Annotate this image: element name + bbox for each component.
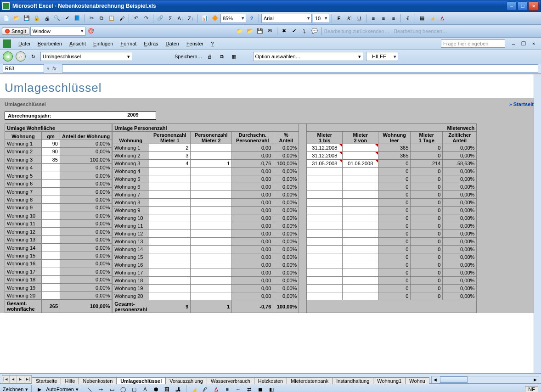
nav-home-button[interactable]: ⌂ xyxy=(16,51,26,62)
autoshapes-menu[interactable]: AutoFormen xyxy=(46,386,74,392)
sheet-tab-heizkosten[interactable]: Heizkosten xyxy=(254,377,287,384)
picture-icon[interactable]: 🏞 xyxy=(174,385,183,392)
ask-question-box[interactable]: Frage hier eingeben xyxy=(441,39,505,48)
doc-close-icon[interactable]: × xyxy=(529,39,538,48)
table-personenzahl[interactable]: Umlage PersonenzahlWohnungPersonenzahlMi… xyxy=(112,123,299,313)
tab-nav-buttons[interactable]: |◄ ◄ ► ►| xyxy=(2,375,32,383)
undo-icon[interactable]: ↶ xyxy=(131,14,141,23)
autosum-icon[interactable]: Σ xyxy=(166,14,175,23)
end-edit-label[interactable]: Bearbeitung beenden… xyxy=(394,28,447,34)
sheet-tab-nebenkosten[interactable]: Nebenkosten xyxy=(79,377,117,384)
format-painter-icon[interactable]: 🖌 xyxy=(117,14,126,23)
oval-icon[interactable]: ◯ xyxy=(118,385,128,392)
sheet-tab-startseite[interactable]: Startseite xyxy=(32,377,61,384)
sheet-tab-hilfe[interactable]: Hilfe xyxy=(61,377,79,384)
return-edit-label[interactable]: Bearbeitung zurücksenden… xyxy=(324,28,389,34)
new-icon[interactable]: 📄 xyxy=(2,14,11,23)
close-button[interactable]: × xyxy=(529,1,539,11)
preview-icon[interactable]: 🔍 xyxy=(52,14,62,23)
select-arrow-icon[interactable]: ▶ xyxy=(35,385,44,392)
help-button[interactable]: HILFE xyxy=(366,52,398,61)
menu-daten[interactable]: Daten xyxy=(162,40,183,47)
tab-last-icon[interactable]: ►| xyxy=(24,375,32,383)
table-mieterwechsel[interactable]: MieterwechMieter1 bisMieter2 vonWohnungl… xyxy=(306,123,477,313)
menu-bearbeiten[interactable]: Bearbeiten xyxy=(34,40,66,47)
folder-save-icon[interactable]: 💾 xyxy=(255,27,265,36)
dash-icon[interactable]: ┄ xyxy=(234,385,243,392)
zoom-combo[interactable]: 85% xyxy=(220,14,246,23)
doc-restore-icon[interactable]: ❐ xyxy=(519,39,528,48)
menu-fenster[interactable]: Fenster xyxy=(183,40,207,47)
sheet-tab-umlageschlüssel[interactable]: Umlageschlüssel xyxy=(116,377,166,384)
nav-sheet-combo[interactable]: Umlageschlüssel▾ xyxy=(40,52,132,61)
copy-icon[interactable]: ⧉ xyxy=(97,14,106,23)
formula-input[interactable] xyxy=(62,64,538,73)
line-color-icon[interactable]: 🖊 xyxy=(201,385,210,392)
draw-menu[interactable]: Zeichnen xyxy=(3,386,23,392)
line-weight-icon[interactable]: ≡ xyxy=(223,385,232,392)
sort-asc-icon[interactable]: A↓ xyxy=(176,14,185,23)
fill-color-icon[interactable]: ◢ xyxy=(428,14,437,23)
nav-refresh-icon[interactable]: ↻ xyxy=(28,52,38,61)
font-color2-icon[interactable]: A xyxy=(212,385,221,392)
folder-open-icon[interactable]: 📂 xyxy=(245,27,254,36)
textbox-icon[interactable]: ▢ xyxy=(130,385,139,392)
option-combo[interactable]: Option auswählen…▾ xyxy=(253,52,363,61)
sort-desc-icon[interactable]: Z↓ xyxy=(186,14,195,23)
tab-next-icon[interactable]: ► xyxy=(17,375,24,383)
nav-copy-icon[interactable]: ⧉ xyxy=(217,52,226,61)
font-name-combo[interactable]: Arial xyxy=(261,14,312,23)
save-link[interactable]: Speichern… xyxy=(175,54,203,59)
rect-icon[interactable]: ▭ xyxy=(107,385,117,392)
tab-first-icon[interactable]: |◄ xyxy=(2,375,10,383)
sheet-tab-wohnung1[interactable]: Wohnung1 xyxy=(373,377,406,384)
menu-format[interactable]: Format xyxy=(117,40,140,47)
tab-prev-icon[interactable]: ◄ xyxy=(10,375,17,383)
save-icon[interactable]: 💾 xyxy=(22,14,31,23)
sheet-tab-wohnu[interactable]: Wohnu xyxy=(405,377,429,384)
borders-icon[interactable]: ▦ xyxy=(417,14,427,23)
doc-minimize-icon[interactable]: – xyxy=(509,39,518,48)
sheet-tab-wasserverbrauch[interactable]: Wasserverbrauch xyxy=(207,377,254,384)
diagram-icon[interactable]: ⬢ xyxy=(152,385,161,392)
currency-icon[interactable]: € xyxy=(403,14,412,23)
snagit-button[interactable]: SnagIt xyxy=(2,28,29,35)
snagit-scope-combo[interactable]: Window xyxy=(30,27,85,36)
menu-einfügen[interactable]: Einfügen xyxy=(90,40,117,47)
maximize-button[interactable]: □ xyxy=(518,1,528,11)
nav-print-icon[interactable]: 🖨 xyxy=(205,52,214,61)
print-icon[interactable]: 🖨 xyxy=(42,14,51,23)
vertical-scrollbar[interactable] xyxy=(534,74,541,373)
cut-icon[interactable]: ✂ xyxy=(87,14,96,23)
startseite-link[interactable]: » Startseite xyxy=(509,101,536,107)
underline-icon[interactable]: U xyxy=(355,14,364,23)
clipart-icon[interactable]: 🖼 xyxy=(163,385,172,392)
open-icon[interactable]: 📂 xyxy=(12,14,21,23)
italic-icon[interactable]: K xyxy=(344,14,354,23)
folder-new-icon[interactable]: 📁 xyxy=(235,27,244,36)
envelope-icon[interactable]: ✉ xyxy=(265,27,275,36)
nav-back-button[interactable]: ◄ xyxy=(3,51,13,62)
sheet-tab-vorauszahlung[interactable]: Vorauszahlung xyxy=(165,377,207,384)
fx-label[interactable]: fx xyxy=(52,66,56,71)
redo-icon[interactable]: ↷ xyxy=(141,14,151,23)
review-comment-icon[interactable]: 💬 xyxy=(310,27,319,36)
line-icon[interactable]: ＼ xyxy=(85,385,95,392)
3d-icon[interactable]: ◧ xyxy=(267,385,276,392)
review-reject-icon[interactable]: ✖ xyxy=(280,27,289,36)
chart-icon[interactable]: 📊 xyxy=(200,14,209,23)
align-left-icon[interactable]: ≡ xyxy=(369,14,378,23)
align-right-icon[interactable]: ≡ xyxy=(389,14,398,23)
menu-datei[interactable]: Datei xyxy=(15,40,34,47)
fill-bucket-icon[interactable]: ◢ xyxy=(190,385,199,392)
worksheet-area[interactable]: Umlageschlüssel Umlageschlüssel » Starts… xyxy=(0,74,541,373)
menu-ansicht[interactable]: Ansicht xyxy=(66,40,90,47)
paste-icon[interactable]: 📋 xyxy=(107,14,116,23)
sheet-tab-mieterdatenbank[interactable]: Mieterdatenbank xyxy=(287,377,332,384)
shadow-icon[interactable]: ◼ xyxy=(256,385,265,392)
spell-icon[interactable]: ✔ xyxy=(62,14,72,23)
review-accept-icon[interactable]: ✔ xyxy=(290,27,299,36)
arrow-icon[interactable]: ➝ xyxy=(96,385,106,392)
name-box[interactable]: R63 xyxy=(3,64,44,73)
permissions-icon[interactable]: 🔒 xyxy=(32,14,41,23)
